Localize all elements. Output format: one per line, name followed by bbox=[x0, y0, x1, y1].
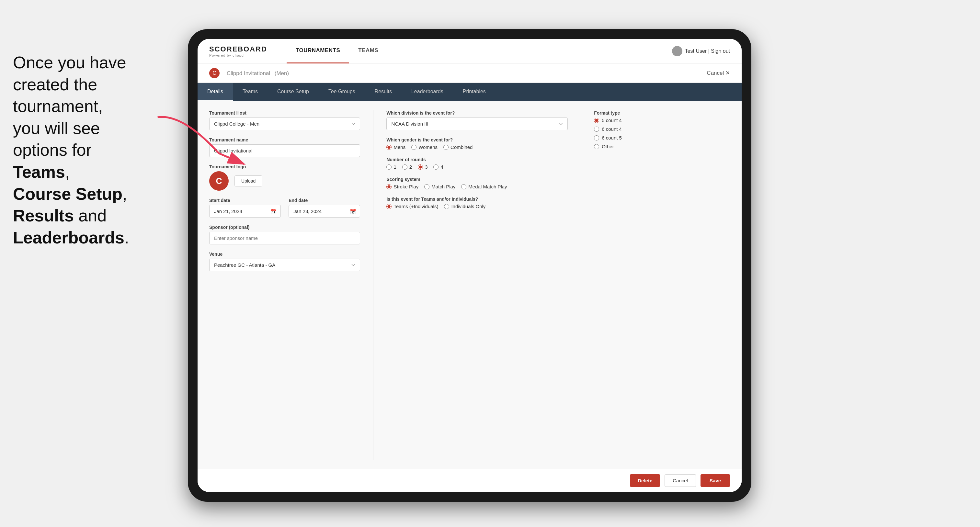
nav-tab-teams[interactable]: TEAMS bbox=[349, 39, 387, 63]
tablet-screen: SCOREBOARD Powered by clippd TOURNAMENTS… bbox=[197, 39, 741, 492]
format-options: 5 count 4 6 count 4 6 count 5 bbox=[594, 117, 730, 149]
rounds-2-option[interactable]: 2 bbox=[402, 164, 412, 170]
save-button[interactable]: Save bbox=[700, 474, 730, 487]
gender-combined-radio[interactable] bbox=[443, 145, 449, 150]
gender-mens-option[interactable]: Mens bbox=[387, 144, 406, 150]
logo-title: SCOREBOARD bbox=[209, 45, 267, 53]
format-other-option[interactable]: Other bbox=[594, 144, 730, 149]
column-divider-2 bbox=[581, 110, 581, 460]
form-footer: Delete Cancel Save bbox=[197, 469, 741, 492]
tab-details[interactable]: Details bbox=[197, 83, 233, 101]
end-date-input[interactable] bbox=[288, 205, 360, 217]
scoring-medal-radio[interactable] bbox=[461, 184, 466, 189]
teams-individuals-options: Teams (+Individuals) Individuals Only bbox=[387, 204, 568, 209]
rounds-4-option[interactable]: 4 bbox=[433, 164, 443, 170]
rounds-options: 1 2 3 4 bbox=[387, 164, 568, 170]
end-date-calendar-icon: 📅 bbox=[350, 208, 356, 214]
tab-leaderboards[interactable]: Leaderboards bbox=[402, 83, 453, 101]
tab-tee-groups[interactable]: Tee Groups bbox=[319, 83, 365, 101]
start-date-wrap: 📅 bbox=[209, 205, 281, 217]
venue-group: Venue Peachtree GC - Atlanta - GA bbox=[209, 252, 360, 271]
format-type-group: Format type 5 count 4 6 count 4 bbox=[594, 110, 730, 149]
sponsor-label: Sponsor (optional) bbox=[209, 225, 360, 230]
division-select[interactable]: NCAA Division III bbox=[387, 117, 568, 130]
rounds-3-radio[interactable] bbox=[418, 164, 423, 170]
scoring-options: Stroke Play Match Play Medal Match Play bbox=[387, 184, 568, 189]
format-6count4-radio[interactable] bbox=[594, 127, 599, 132]
division-label: Which division is the event for? bbox=[387, 110, 568, 116]
format-6count4-option[interactable]: 6 count 4 bbox=[594, 126, 730, 132]
teams-individuals-label: Is this event for Teams and/or Individua… bbox=[387, 197, 568, 202]
tab-printables[interactable]: Printables bbox=[453, 83, 495, 101]
header-user: Test User | Sign out bbox=[672, 46, 730, 56]
form-right-column: Format type 5 count 4 6 count 4 bbox=[594, 110, 730, 460]
form-middle-column: Which division is the event for? NCAA Di… bbox=[387, 110, 568, 460]
rounds-1-radio[interactable] bbox=[387, 164, 391, 170]
form-body: Tournament Host Clippd College - Men Tou… bbox=[197, 101, 741, 469]
scoring-stroke-radio[interactable] bbox=[387, 184, 391, 189]
tablet-device: SCOREBOARD Powered by clippd TOURNAMENTS… bbox=[188, 29, 751, 502]
logo-area: SCOREBOARD Powered by clippd bbox=[209, 45, 267, 57]
tab-teams[interactable]: Teams bbox=[233, 83, 267, 101]
start-date-group: Start date 📅 bbox=[209, 198, 281, 217]
individuals-option[interactable]: Individuals Only bbox=[444, 204, 485, 209]
gender-womens-option[interactable]: Womens bbox=[411, 144, 438, 150]
gender-group: Which gender is the event for? Mens Wome… bbox=[387, 137, 568, 150]
instruction-line1: Once you have bbox=[13, 53, 126, 72]
user-avatar bbox=[672, 46, 682, 56]
venue-label: Venue bbox=[209, 252, 360, 257]
start-date-label: Start date bbox=[209, 198, 281, 203]
venue-select[interactable]: Peachtree GC - Atlanta - GA bbox=[209, 259, 360, 271]
column-divider bbox=[373, 110, 374, 460]
rounds-2-radio[interactable] bbox=[402, 164, 407, 170]
rounds-4-radio[interactable] bbox=[433, 164, 439, 170]
teams-option[interactable]: Teams (+Individuals) bbox=[387, 204, 438, 209]
cancel-top-button[interactable]: Cancel ✕ bbox=[707, 70, 730, 76]
cancel-button[interactable]: Cancel bbox=[665, 474, 696, 487]
sponsor-input[interactable] bbox=[209, 232, 360, 244]
gender-label: Which gender is the event for? bbox=[387, 137, 568, 143]
start-date-input[interactable] bbox=[209, 205, 281, 217]
individuals-radio[interactable] bbox=[444, 204, 449, 209]
tab-course-setup[interactable]: Course Setup bbox=[267, 83, 319, 101]
tutorial-arrow bbox=[143, 110, 259, 175]
instruction-line5: options for bbox=[13, 140, 92, 159]
date-row: Start date 📅 End date 📅 bbox=[209, 198, 360, 217]
format-5count4-option[interactable]: 5 count 4 bbox=[594, 117, 730, 123]
format-6count5-radio[interactable] bbox=[594, 135, 599, 140]
scoring-stroke-option[interactable]: Stroke Play bbox=[387, 184, 418, 189]
nav-tab-tournaments[interactable]: TOURNAMENTS bbox=[286, 39, 349, 63]
format-type-label: Format type bbox=[594, 110, 730, 116]
gender-mens-radio[interactable] bbox=[387, 145, 391, 150]
instruction-leaderboards: Leaderboards bbox=[13, 228, 124, 247]
back-button[interactable]: C bbox=[209, 68, 220, 78]
gender-womens-radio[interactable] bbox=[411, 145, 417, 150]
instruction-line2: created the bbox=[13, 75, 97, 94]
tournament-subheader: C Clippd Invitational (Men) Cancel ✕ bbox=[197, 63, 741, 83]
end-date-label: End date bbox=[288, 198, 360, 203]
gender-combined-option[interactable]: Combined bbox=[443, 144, 473, 150]
scoring-match-radio[interactable] bbox=[424, 184, 430, 189]
scoring-group: Scoring system Stroke Play Match Play bbox=[387, 177, 568, 189]
scoring-label: Scoring system bbox=[387, 177, 568, 182]
user-sign-out[interactable]: Test User | Sign out bbox=[685, 48, 730, 54]
format-5count4-radio[interactable] bbox=[594, 118, 599, 123]
delete-button[interactable]: Delete bbox=[630, 474, 660, 487]
end-date-wrap: 📅 bbox=[288, 205, 360, 217]
app-header: SCOREBOARD Powered by clippd TOURNAMENTS… bbox=[197, 39, 741, 63]
instruction-teams: Teams bbox=[13, 162, 65, 181]
rounds-group: Number of rounds 1 2 bbox=[387, 157, 568, 170]
format-6count5-option[interactable]: 6 count 5 bbox=[594, 135, 730, 140]
rounds-1-option[interactable]: 1 bbox=[387, 164, 396, 170]
scoring-match-option[interactable]: Match Play bbox=[424, 184, 455, 189]
main-nav: TOURNAMENTS TEAMS bbox=[286, 39, 672, 63]
teams-radio[interactable] bbox=[387, 204, 391, 209]
upload-button[interactable]: Upload bbox=[234, 175, 262, 186]
instruction-line3: tournament, bbox=[13, 97, 103, 116]
gender-options: Mens Womens Combined bbox=[387, 144, 568, 150]
tab-results[interactable]: Results bbox=[365, 83, 402, 101]
format-other-radio[interactable] bbox=[594, 144, 599, 149]
rounds-label: Number of rounds bbox=[387, 157, 568, 162]
scoring-medal-option[interactable]: Medal Match Play bbox=[461, 184, 507, 189]
rounds-3-option[interactable]: 3 bbox=[418, 164, 428, 170]
